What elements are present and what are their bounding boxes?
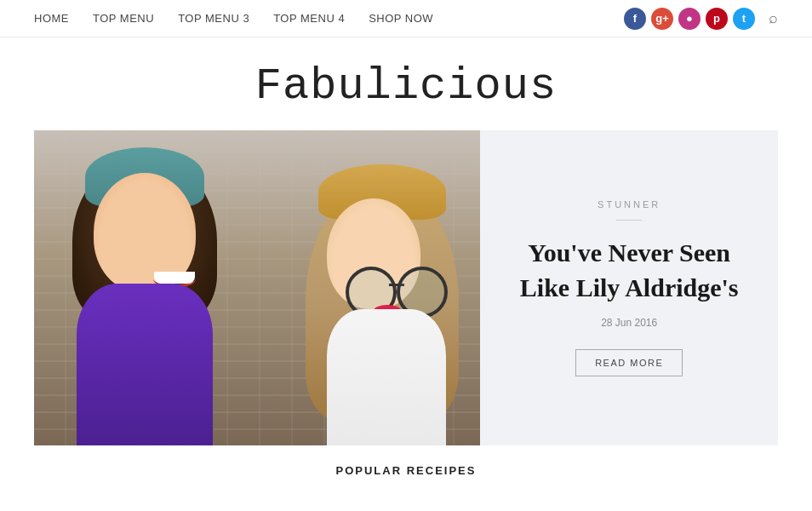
google-icon[interactable]: g+	[651, 8, 673, 30]
social-icons: f g+ ● p t	[624, 8, 755, 30]
pinterest-icon[interactable]: p	[706, 8, 728, 30]
nav-top-menu-3[interactable]: TOP MENU 3	[178, 12, 249, 25]
girl2-body	[327, 309, 446, 445]
girl2-glasses-bridge	[389, 284, 404, 286]
girl1-teeth	[154, 272, 195, 284]
main-nav: HOME TOP MENU TOP MENU 3 TOP MENU 4 SHOP…	[0, 0, 812, 37]
facebook-icon[interactable]: f	[624, 8, 646, 30]
girl1-body	[77, 284, 213, 445]
hero-date: 28 Jun 2016	[601, 317, 657, 329]
girl1-figure	[60, 147, 230, 445]
read-more-button[interactable]: READ MORE	[575, 349, 683, 376]
girl1-face	[94, 173, 196, 292]
popular-title: POPULAR RECEIPES	[0, 464, 812, 477]
logo-section: Fabulicious	[0, 37, 812, 130]
hero-title: You've Never Seen Like Lily Aldridge's	[506, 236, 752, 305]
nav-top-menu[interactable]: TOP MENU	[93, 12, 154, 25]
hero-image-inner	[34, 130, 480, 445]
nav-home[interactable]: HOME	[34, 12, 69, 25]
hero-divider	[616, 220, 642, 221]
instagram-icon[interactable]: ●	[678, 8, 700, 30]
nav-top-menu-4[interactable]: TOP MENU 4	[273, 12, 345, 25]
nav-links: HOME TOP MENU TOP MENU 3 TOP MENU 4 SHOP…	[34, 12, 433, 25]
girl2-face	[327, 198, 420, 309]
girl2-figure	[301, 164, 463, 445]
hero-section: STUNNER You've Never Seen Like Lily Aldr…	[34, 130, 778, 445]
nav-shop-now[interactable]: SHOP NOW	[369, 12, 433, 25]
hero-category: STUNNER	[598, 199, 660, 210]
site-logo[interactable]: Fabulicious	[0, 61, 812, 112]
popular-section: POPULAR RECEIPES	[0, 445, 812, 485]
hero-text-panel: STUNNER You've Never Seen Like Lily Aldr…	[480, 130, 778, 445]
search-button[interactable]: ⌕	[769, 9, 778, 27]
hero-image	[34, 130, 480, 445]
nav-right: f g+ ● p t ⌕	[624, 8, 778, 30]
twitter-icon[interactable]: t	[733, 8, 755, 30]
